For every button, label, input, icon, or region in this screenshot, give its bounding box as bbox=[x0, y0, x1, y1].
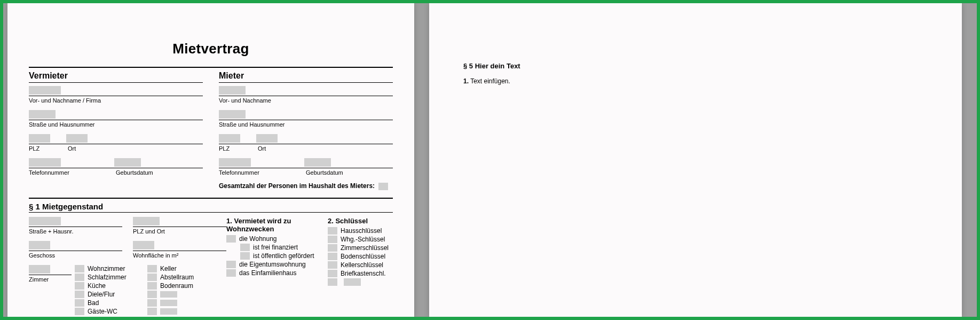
page-2: § 5 Hier dein Text 1. Text einfügen. bbox=[429, 3, 962, 318]
mieter-head: Mieter bbox=[219, 71, 393, 81]
room1-5-check[interactable] bbox=[75, 308, 84, 315]
s5-body-num: 1. bbox=[463, 77, 469, 85]
mieter-ort-field[interactable] bbox=[256, 134, 278, 143]
s1-area-label: Wohnfläche in m² bbox=[133, 252, 226, 259]
room2-1-check[interactable] bbox=[147, 274, 157, 281]
mieter-street-label: Straße und Hausnummer bbox=[219, 121, 393, 128]
key-1-check[interactable] bbox=[328, 236, 337, 243]
key-0-label: Hausschlüssel bbox=[341, 227, 382, 235]
vermieter-plz-label: PLZ bbox=[29, 145, 66, 152]
mieter-tel-field[interactable] bbox=[219, 158, 251, 167]
mieter-block: Mieter Vor- und Nachname Straße und Haus… bbox=[214, 71, 393, 198]
key-extra1-field[interactable] bbox=[328, 278, 337, 286]
purpose-etw-check[interactable] bbox=[226, 261, 236, 268]
purpose-frei-check[interactable] bbox=[240, 244, 250, 251]
room1-1: Schlafzimmer bbox=[75, 274, 144, 281]
room1-2-check[interactable] bbox=[75, 282, 84, 290]
s1-purpose: 1. Vermietet wird zu Wohnzwecken die Woh… bbox=[226, 217, 328, 316]
purpose-etw-label: die Eigentumswohnung bbox=[239, 261, 306, 268]
purpose-wohnung-label: die Wohnung bbox=[239, 235, 277, 243]
total-persons-row: Gesamtzahl der Personen im Haushalt des … bbox=[219, 182, 393, 190]
key-4-label: Kellerschlüssel bbox=[341, 261, 383, 269]
vermieter-block: Vermieter Vor- und Nachname / Firma Stra… bbox=[29, 71, 214, 198]
vermieter-tel-field[interactable] bbox=[29, 158, 61, 167]
s1-rooms-field[interactable] bbox=[29, 265, 50, 274]
key-extra2-field[interactable] bbox=[344, 278, 361, 286]
mieter-ort-label: Ort bbox=[258, 145, 266, 152]
mieter-dob-field[interactable] bbox=[304, 158, 331, 167]
key-2-label: Zimmerschlüssel bbox=[341, 244, 389, 252]
room2-blank2-check[interactable] bbox=[147, 308, 157, 315]
key-1: Whg.-Schlüssel bbox=[328, 236, 393, 243]
room2-0: Keller bbox=[147, 265, 217, 272]
s1-street-field[interactable] bbox=[29, 217, 61, 225]
room1-0-check[interactable] bbox=[75, 265, 84, 272]
room1-1-check[interactable] bbox=[75, 274, 84, 281]
vermieter-dob-field[interactable] bbox=[114, 158, 141, 167]
document-viewer: Mietvertrag Vermieter Vor- und Nachname … bbox=[0, 0, 980, 320]
s1-street-label: Straße + Hausnr. bbox=[29, 228, 122, 235]
rooms-col2: KellerAbstellraumBodenraum bbox=[147, 265, 217, 316]
s1-area-field[interactable] bbox=[133, 241, 154, 249]
vermieter-tel-label: Telefonnummer bbox=[29, 169, 114, 176]
purpose-wohnung-check[interactable] bbox=[226, 235, 236, 243]
room1-0: Wohnzimmer bbox=[75, 265, 144, 272]
room1-3-check[interactable] bbox=[75, 291, 84, 298]
room1-5: Gäste-WC bbox=[75, 308, 144, 315]
s1-floor-field[interactable] bbox=[29, 241, 50, 249]
room2-0-label: Keller bbox=[160, 265, 177, 272]
purpose-efh-check[interactable] bbox=[226, 269, 236, 277]
vermieter-ort-label: Ort bbox=[68, 145, 76, 152]
keys-head: 2. Schlüssel bbox=[328, 217, 393, 225]
purpose-oeff-label: ist öffentlich gefördert bbox=[253, 252, 314, 260]
purpose-head: 1. Vermietet wird zu Wohnzwecken bbox=[226, 217, 328, 233]
key-3-label: Bodenschlüssel bbox=[341, 253, 385, 260]
key-3-check[interactable] bbox=[328, 253, 337, 260]
vermieter-street-label: Straße und Hausnummer bbox=[29, 121, 203, 128]
purpose-frei-label: ist frei finanziert bbox=[253, 244, 298, 251]
mieter-name-field[interactable] bbox=[219, 86, 246, 95]
room2-blank1-field[interactable] bbox=[160, 300, 177, 306]
key-2: Zimmerschlüssel bbox=[328, 244, 393, 252]
key-4-check[interactable] bbox=[328, 261, 337, 269]
vermieter-ort-field[interactable] bbox=[66, 134, 88, 143]
total-persons-label: Gesamtzahl der Personen im Haushalt des … bbox=[219, 182, 375, 190]
key-5-label: Briefkastenschl. bbox=[341, 270, 386, 277]
room2-blank1-check[interactable] bbox=[147, 299, 157, 307]
key-0-check[interactable] bbox=[328, 227, 337, 235]
room2-2-check[interactable] bbox=[147, 282, 157, 290]
s1-floor-label: Geschoss bbox=[29, 252, 122, 259]
room1-3-label: Diele/Flur bbox=[88, 291, 115, 298]
room2-blank0-check[interactable] bbox=[147, 291, 157, 298]
purpose-efh-label: das Einfamilienhaus bbox=[239, 269, 296, 277]
vermieter-street-field[interactable] bbox=[29, 110, 56, 119]
room1-4-check[interactable] bbox=[75, 299, 84, 307]
room1-2-label: Küche bbox=[88, 282, 106, 290]
s1-rooms-label: Zimmer bbox=[29, 276, 72, 283]
vermieter-name-field[interactable] bbox=[29, 86, 61, 95]
mieter-name-label: Vor- und Nachname bbox=[219, 97, 393, 104]
total-persons-field[interactable] bbox=[378, 183, 388, 190]
room2-blank2-field[interactable] bbox=[160, 308, 177, 315]
room1-4-label: Bad bbox=[88, 299, 99, 307]
room1-1-label: Schlafzimmer bbox=[88, 274, 127, 281]
room2-0-check[interactable] bbox=[147, 265, 157, 272]
mieter-street-field[interactable] bbox=[219, 110, 246, 119]
room2-blank0-field[interactable] bbox=[160, 291, 177, 298]
purpose-oeff-check[interactable] bbox=[240, 252, 250, 260]
mieter-plz-field[interactable] bbox=[219, 134, 240, 143]
room1-3: Diele/Flur bbox=[75, 291, 144, 298]
rooms-col1: WohnzimmerSchlafzimmerKücheDiele/FlurBad… bbox=[75, 265, 144, 316]
room2-2: Bodenraum bbox=[147, 282, 217, 290]
doc-title: Mietvertrag bbox=[29, 41, 393, 57]
key-0: Hausschlüssel bbox=[328, 227, 393, 235]
section-rule bbox=[29, 198, 393, 199]
room1-0-label: Wohnzimmer bbox=[88, 265, 125, 272]
key-2-check[interactable] bbox=[328, 244, 337, 252]
s1-city-field[interactable] bbox=[133, 217, 160, 225]
vermieter-plz-field[interactable] bbox=[29, 134, 50, 143]
vermieter-name-label: Vor- und Nachname / Firma bbox=[29, 97, 203, 104]
key-4: Kellerschlüssel bbox=[328, 261, 393, 269]
s1-head: § 1 Mietgegenstand bbox=[29, 202, 393, 211]
key-5-check[interactable] bbox=[328, 270, 337, 277]
